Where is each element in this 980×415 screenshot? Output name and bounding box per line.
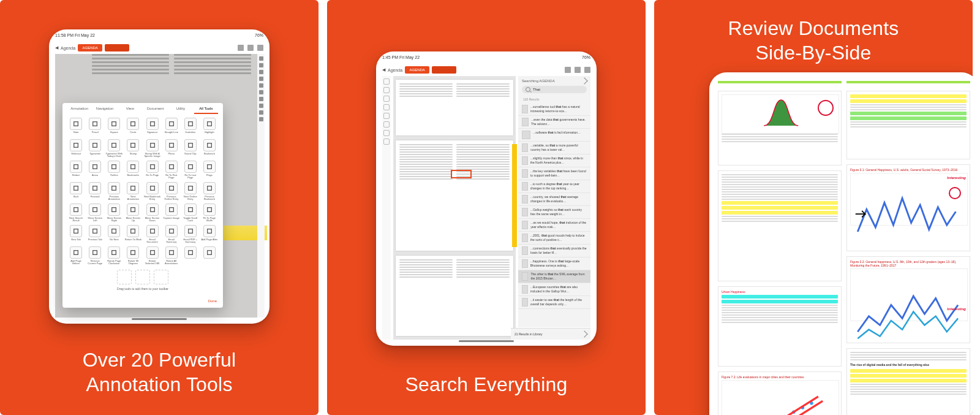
- drag-slot[interactable]: [154, 270, 168, 284]
- search-result[interactable]: ...as we would hope, that inclusion of t…: [518, 219, 590, 232]
- tool-item[interactable]: Show Screen Left: [86, 204, 104, 222]
- tool-item[interactable]: Add Page Before: [67, 246, 85, 265]
- pencil-icon[interactable]: [584, 67, 590, 73]
- tool-item[interactable]: Sound Clip: [182, 139, 199, 158]
- grid-icon[interactable]: [238, 45, 244, 51]
- tool-item[interactable]: Arrow: [86, 161, 104, 179]
- chevron-right-icon[interactable]: [581, 77, 587, 84]
- tool-item[interactable]: Flags: [201, 161, 218, 179]
- tool-item[interactable]: Typewriter With Today's Date: [105, 139, 123, 158]
- popup-tab[interactable]: Document: [143, 107, 167, 114]
- search-icon[interactable]: [247, 45, 254, 51]
- tool-icon[interactable]: [259, 83, 263, 88]
- search-result[interactable]: ...the key variables that have been foun…: [518, 167, 590, 180]
- popup-tab[interactable]: Navigation: [92, 107, 116, 114]
- tool-item[interactable]: Previous Annotation: [105, 182, 123, 200]
- tool-item[interactable]: Next Bookmark Entry: [144, 182, 161, 200]
- tool-item[interactable]: Underline: [182, 118, 199, 136]
- tool-item[interactable]: Next Search Result: [67, 204, 85, 222]
- search-result[interactable]: ...2001, that good moods help to induce …: [518, 232, 590, 245]
- tool-item[interactable]: Outline: [105, 161, 123, 179]
- tool-item[interactable]: Rotate 90 Degrees: [124, 246, 141, 265]
- tool-icon[interactable]: [383, 104, 390, 110]
- tool-item[interactable]: Rotate All Annotations: [163, 246, 180, 265]
- search-result[interactable]: ...happiness. One is that large-scale Bh…: [518, 257, 590, 270]
- search-result[interactable]: ...to such a degree that year-to-year ch…: [518, 180, 590, 193]
- done-button[interactable]: Done: [208, 299, 217, 303]
- tool-item[interactable]: Note: [67, 118, 85, 136]
- doc-tab-pill[interactable]: [105, 44, 129, 51]
- tool-item[interactable]: Fit To Page Width: [201, 204, 218, 222]
- tool-icon[interactable]: [259, 104, 263, 108]
- popup-tab[interactable]: Utility: [168, 107, 192, 114]
- tool-item[interactable]: Forward: [86, 182, 104, 200]
- search-results-list[interactable]: ...surveillance tool that has a natural …: [518, 103, 590, 327]
- tool-item[interactable]: Email PDF + Summary: [182, 225, 199, 243]
- tool-icon[interactable]: [259, 70, 263, 74]
- tool-item[interactable]: Go To Page: [144, 161, 161, 179]
- tool-icon[interactable]: [259, 117, 263, 121]
- tool-item[interactable]: Photo: [163, 139, 180, 158]
- search-result[interactable]: ...surveillance tool that has a natural …: [518, 103, 590, 116]
- tool-icon[interactable]: [259, 77, 263, 81]
- tool-icon[interactable]: [383, 113, 390, 119]
- tool-item[interactable]: Rotate Page Clockwise: [105, 246, 123, 265]
- tool-item[interactable]: Typewriter: [86, 139, 104, 158]
- search-result[interactable]: ...software that is fed information…: [518, 129, 590, 142]
- tool-item[interactable]: Bookmarks: [124, 161, 141, 179]
- tool-item[interactable]: Bookmark: [201, 139, 218, 158]
- search-result[interactable]: ...connections that eventually provide t…: [518, 245, 590, 257]
- search-result[interactable]: ...even the data that governments have. …: [518, 116, 590, 129]
- tool-item[interactable]: Pencil: [86, 118, 104, 136]
- fullscreen-icon[interactable]: [257, 45, 263, 51]
- tool-icon[interactable]: [259, 63, 263, 67]
- tool-item[interactable]: Move Screen Down: [144, 204, 161, 222]
- tool-item[interactable]: New Tab: [67, 225, 85, 243]
- home-icon[interactable]: [565, 67, 571, 73]
- library-results-footer[interactable]: 21 Results in Library: [511, 328, 590, 340]
- tool-item[interactable]: Capture Image: [163, 204, 180, 222]
- tool-item[interactable]: Previous Outline Entry: [163, 182, 180, 200]
- grid-icon[interactable]: [575, 67, 581, 73]
- tool-item[interactable]: Previous Bookmark: [201, 182, 218, 200]
- drag-slot[interactable]: [117, 270, 132, 284]
- tool-item[interactable]: Signature: [144, 118, 161, 136]
- drag-slot[interactable]: [135, 270, 150, 284]
- toolbar-agenda-label[interactable]: Agenda: [61, 46, 75, 50]
- tool-icon[interactable]: [383, 78, 390, 85]
- tool-item[interactable]: Email Document: [144, 225, 161, 243]
- tool-item[interactable]: Return To Mark: [124, 225, 141, 243]
- search-result[interactable]: The other is that the SWL average from t…: [518, 270, 590, 283]
- tool-item[interactable]: Strikeout: [67, 139, 85, 158]
- tool-icon[interactable]: [383, 96, 390, 102]
- back-chevron-icon[interactable]: ◀: [382, 67, 385, 72]
- tool-item[interactable]: Highlight: [201, 118, 218, 136]
- tool-item[interactable]: Square: [105, 118, 123, 136]
- back-chevron-icon[interactable]: ◀: [55, 45, 58, 50]
- doc-title-pill[interactable]: AGENDA: [405, 66, 429, 74]
- tool-item[interactable]: Go To Last Page: [182, 161, 199, 179]
- tool-item[interactable]: Next Outline Entry: [182, 182, 199, 200]
- search-input[interactable]: That: [522, 86, 587, 93]
- search-result[interactable]: ...it easier to see that the length of t…: [518, 296, 590, 309]
- tool-item[interactable]: Toggle Scroll Lock: [182, 204, 199, 222]
- tool-item[interactable]: Email Summary: [163, 225, 180, 243]
- tool-item[interactable]: Go Next: [105, 225, 123, 243]
- tool-item[interactable]: [182, 246, 199, 265]
- search-result[interactable]: ...Gallup weights so that each country h…: [518, 206, 590, 219]
- tool-icon[interactable]: [259, 56, 263, 61]
- tool-item[interactable]: Circle: [124, 118, 141, 136]
- right-document-pane[interactable]: Figure 3.1: General Happiness, U.S. adul…: [846, 81, 970, 415]
- document-area[interactable]: [393, 76, 516, 340]
- tool-item[interactable]: Stamp: [124, 139, 141, 158]
- tool-icon[interactable]: [259, 97, 263, 101]
- tool-icon[interactable]: [259, 110, 263, 115]
- tool-item[interactable]: Straight Line: [163, 118, 180, 136]
- tool-icon[interactable]: [383, 121, 390, 128]
- search-result[interactable]: ...variable, so that a more powerful cou…: [518, 142, 590, 154]
- tool-icon[interactable]: [383, 87, 390, 93]
- tool-item[interactable]: Rotate Selected 180 Degrees: [144, 246, 161, 265]
- popup-tab[interactable]: View: [118, 107, 142, 114]
- search-result[interactable]: ...European countries that are also incl…: [518, 283, 590, 296]
- tool-item[interactable]: Next Annotation: [124, 182, 141, 200]
